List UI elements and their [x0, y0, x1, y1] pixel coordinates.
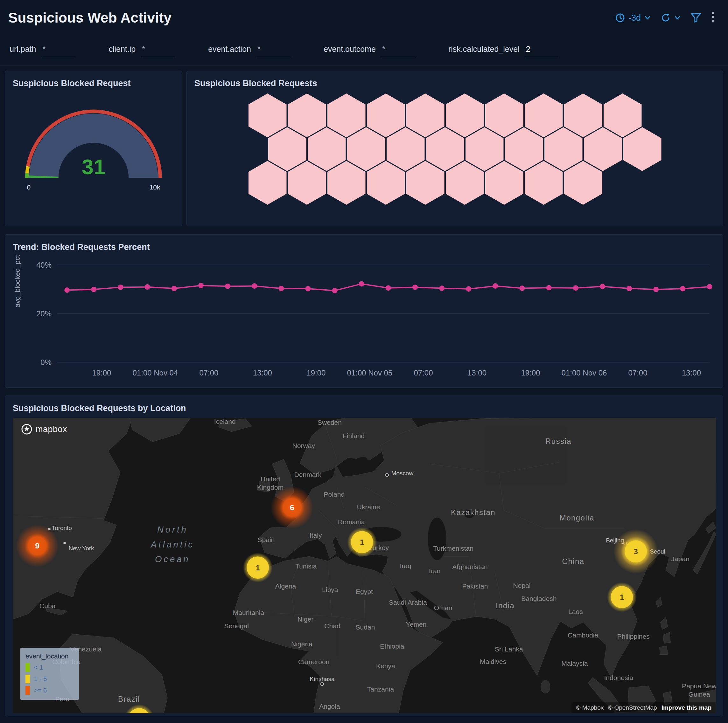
- map-city-label: Toronto: [52, 525, 72, 531]
- map-country-label: Japan: [671, 555, 689, 563]
- map-cluster-marker[interactable]: 1: [243, 553, 273, 583]
- data-point: [627, 286, 632, 291]
- map-country-label: Norway: [292, 442, 315, 449]
- legend-swatch: [26, 663, 30, 672]
- hexagon: [367, 93, 405, 137]
- header-controls: -3d: [615, 11, 715, 24]
- map-visualization[interactable]: IcelandSwedenFinlandNorwayRussiaDenmarkU…: [13, 418, 716, 713]
- data-point: [225, 284, 230, 289]
- panel-title: Suspicious Blocked Requests: [194, 79, 715, 88]
- osm-copyright[interactable]: © OpenStreetMap: [608, 704, 657, 711]
- map-country-label: India: [496, 601, 514, 610]
- panel-title: Suspicious Blocked Request: [13, 79, 174, 88]
- map-country-label: Mauritania: [233, 609, 265, 616]
- map-country-label: Spain: [257, 536, 275, 543]
- hexagon: [288, 161, 326, 205]
- x-tick-label: 13:00: [467, 369, 486, 377]
- map-country-label: Cameroon: [298, 658, 329, 665]
- legend-rows: < 11 - 5>= 6: [26, 663, 74, 695]
- map-panel: Suspicious Blocked Requests by Location: [5, 395, 723, 716]
- map-country-label: Sudan: [355, 624, 375, 631]
- hexagon: [584, 127, 622, 171]
- x-tick-label: 19:00: [306, 369, 326, 377]
- map-country-label: Kazakhstan: [451, 508, 496, 517]
- improve-map-link[interactable]: Improve this map: [662, 704, 711, 711]
- world-map: IcelandSwedenFinlandNorwayRussiaDenmarkU…: [13, 418, 716, 713]
- map-legend: event_location < 11 - 5>= 6: [20, 648, 79, 700]
- cluster-count: 1: [620, 593, 624, 601]
- hexagon: [406, 93, 445, 137]
- data-point: [466, 286, 471, 291]
- filter-value-input[interactable]: *: [381, 44, 415, 56]
- chevron-down-icon: [674, 14, 681, 21]
- hexagon: [623, 127, 662, 171]
- map-country-label: Nepal: [513, 582, 531, 589]
- map-cluster-marker[interactable]: 3: [613, 529, 658, 574]
- filter-label: event.outcome: [324, 44, 376, 54]
- filter-label: client.ip: [109, 44, 136, 54]
- data-point: [171, 286, 177, 291]
- filter-value-input[interactable]: 2: [525, 44, 559, 56]
- map-country-label: Egypt: [356, 588, 373, 595]
- map-cluster-marker[interactable]: 6: [271, 486, 314, 529]
- filter-control-event.action: event.action*: [208, 44, 291, 56]
- data-point: [600, 284, 605, 289]
- map-cluster-marker[interactable]: 1: [607, 583, 637, 612]
- data-point: [520, 285, 525, 291]
- filter-value-input[interactable]: *: [256, 44, 291, 56]
- map-city-label: New York: [69, 545, 94, 552]
- x-tick-label: 13:00: [253, 369, 272, 377]
- data-point: [359, 281, 364, 287]
- filter-control-risk.calculated_level: risk.calculated_level2: [448, 44, 559, 56]
- filter-icon[interactable]: [690, 12, 701, 23]
- map-country-label: Cuba: [40, 602, 56, 610]
- map-country-label: Sweden: [318, 419, 342, 426]
- filter-value-input[interactable]: *: [141, 44, 175, 56]
- city-dot: [321, 683, 324, 685]
- filter-control-event.outcome: event.outcome*: [324, 44, 415, 56]
- hexagon: [327, 93, 366, 137]
- hexagon: [367, 161, 405, 205]
- data-point: [118, 285, 124, 290]
- legend-item: >= 6: [26, 686, 74, 695]
- data-point: [332, 288, 338, 293]
- map-country-label: Denmark: [294, 471, 322, 478]
- mapbox-copyright[interactable]: © Mapbox: [576, 704, 604, 711]
- hexagon: [604, 93, 642, 137]
- filter-value-input[interactable]: *: [41, 44, 75, 56]
- legend-title: event_location: [26, 653, 74, 660]
- map-country-label: Cambodia: [567, 631, 598, 639]
- filter-control-client.ip: client.ip*: [109, 44, 175, 56]
- city-dot: [63, 542, 66, 544]
- hexagon: [525, 93, 563, 137]
- data-point: [145, 284, 150, 290]
- mapbox-icon: [21, 424, 32, 435]
- kebab-menu-icon[interactable]: [711, 11, 715, 24]
- x-tick-label: 19:00: [92, 369, 111, 377]
- panel-title: Suspicious Blocked Requests by Location: [13, 403, 715, 413]
- map-country-label: Chad: [324, 622, 340, 630]
- legend-label: < 1: [34, 664, 43, 671]
- gauge-min-label: 0: [27, 183, 31, 191]
- map-country-label: Turkmenistan: [433, 545, 473, 552]
- x-tick-label: 19:00: [521, 369, 540, 377]
- map-cluster-marker[interactable]: 1: [347, 528, 377, 557]
- time-range-picker[interactable]: -3d: [615, 13, 651, 23]
- hexagon: [485, 161, 523, 205]
- map-country-label: Finland: [343, 432, 365, 439]
- map-cluster-marker[interactable]: 9: [16, 525, 58, 567]
- mapbox-logo[interactable]: mapbox: [21, 424, 67, 435]
- hexagon: [426, 127, 464, 171]
- map-country-label: Iceland: [214, 418, 236, 425]
- mapbox-wordmark: mapbox: [36, 424, 67, 434]
- map-country-label: Romania: [338, 518, 365, 526]
- hexagon: [465, 127, 504, 171]
- map-country-label: Poland: [324, 491, 345, 498]
- gauge-band-yellow: [27, 166, 28, 173]
- hexagon: [288, 93, 326, 137]
- hexagon: [485, 93, 523, 137]
- legend-swatch: [26, 686, 30, 695]
- data-point: [707, 284, 713, 289]
- map-city-label: Kinshasa: [310, 676, 335, 682]
- refresh-control[interactable]: [661, 13, 681, 23]
